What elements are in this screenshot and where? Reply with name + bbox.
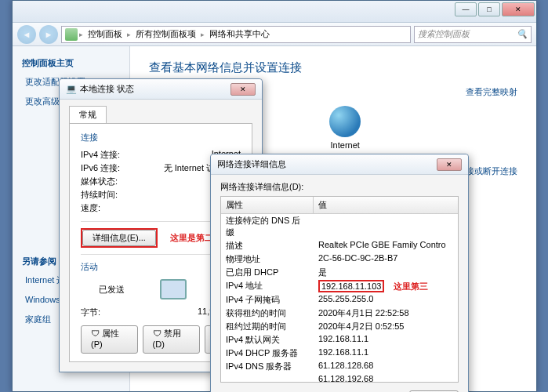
minimize-button[interactable]: — xyxy=(455,2,477,16)
group-connection: 连接 xyxy=(81,132,241,143)
navbar: ◄ ► ▸ 控制面板 ▸ 所有控制面板项 ▸ 网络和共享中心 搜索控制面板 🔍 xyxy=(13,23,536,46)
detail-row: 已启用 DHCP是 xyxy=(221,266,458,279)
globe-icon xyxy=(329,106,361,137)
status-dialog-title: 💻本地连接 状态 ✕ xyxy=(60,79,262,100)
detail-row: 连接特定的 DNS 后缀 xyxy=(221,214,458,239)
detail-dialog-title: 网络连接详细信息 ✕ xyxy=(211,154,468,175)
breadcrumb-item[interactable]: 控制面板 xyxy=(85,28,125,40)
detail-subtitle: 网络连接详细信息(D): xyxy=(220,181,459,193)
details-button[interactable]: 详细信息(E)... xyxy=(82,230,156,246)
col-value: 值 xyxy=(314,197,458,213)
properties-button[interactable]: 🛡 属性(P) xyxy=(81,325,138,354)
breadcrumb-item[interactable]: 网络和共享中心 xyxy=(206,28,273,40)
detail-row: 描述Realtek PCIe GBE Family Contro xyxy=(221,239,458,252)
detail-row: 租约过期的时间2020年4月2日 0:52:55 xyxy=(221,320,458,333)
breadcrumb-item[interactable]: 所有控制面板项 xyxy=(132,28,199,40)
detail-row: 物理地址2C-56-DC-9C-2B-B7 xyxy=(221,252,458,266)
page-heading: 查看基本网络信息并设置连接 xyxy=(149,60,517,75)
detail-list: 属性 值 连接特定的 DNS 后缀描述Realtek PCIe GBE Fami… xyxy=(220,196,459,383)
close-button[interactable]: ✕ xyxy=(502,2,535,16)
search-input[interactable]: 搜索控制面板 🔍 xyxy=(414,26,532,43)
detail-dialog: 网络连接详细信息 ✕ 网络连接详细信息(D): 属性 值 连接特定的 DNS 后… xyxy=(210,154,469,392)
disable-button[interactable]: 🛡 禁用(D) xyxy=(143,325,200,354)
monitor-icon xyxy=(160,279,187,299)
search-icon: 🔍 xyxy=(517,29,528,39)
tab-general[interactable]: 常规 xyxy=(69,106,107,123)
annotation-2: 这里是第二 xyxy=(170,232,213,244)
sent-label: 已发送 xyxy=(99,284,125,296)
internet-node: Internet xyxy=(329,106,361,150)
breadcrumb[interactable]: ▸ 控制面板 ▸ 所有控制面板项 ▸ 网络和共享中心 xyxy=(61,26,411,43)
search-placeholder: 搜索控制面板 xyxy=(418,28,470,40)
back-button[interactable]: ◄ xyxy=(17,25,36,44)
bytes-label: 字节: xyxy=(81,307,100,318)
detail-close-x[interactable]: ✕ xyxy=(437,158,462,171)
forward-button[interactable]: ► xyxy=(39,25,58,44)
view-full-map-link[interactable]: 查看完整映射 xyxy=(466,87,517,96)
control-panel-icon xyxy=(65,28,78,41)
sidebar-title: 控制面板主页 xyxy=(13,54,129,72)
detail-row: IPv4 DNS 服务器61.128.128.68 xyxy=(221,360,458,373)
col-property: 属性 xyxy=(221,197,314,213)
status-close-button[interactable]: ✕ xyxy=(230,83,256,96)
detail-row: 获得租约的时间2020年4月1日 22:52:58 xyxy=(221,307,458,320)
detail-row: IPv4 DHCP 服务器192.168.11.1 xyxy=(221,347,458,360)
maximize-button[interactable]: □ xyxy=(478,2,500,16)
detail-row: IPv4 默认网关192.168.11.1 xyxy=(221,333,458,347)
detail-row: IPv4 子网掩码255.255.255.0 xyxy=(221,293,458,307)
detail-row: IPv4 地址192.168.11.103 这里第三 xyxy=(221,279,458,293)
titlebar: — □ ✕ xyxy=(13,1,536,23)
detail-row: 61.128.192.68 xyxy=(221,373,458,383)
